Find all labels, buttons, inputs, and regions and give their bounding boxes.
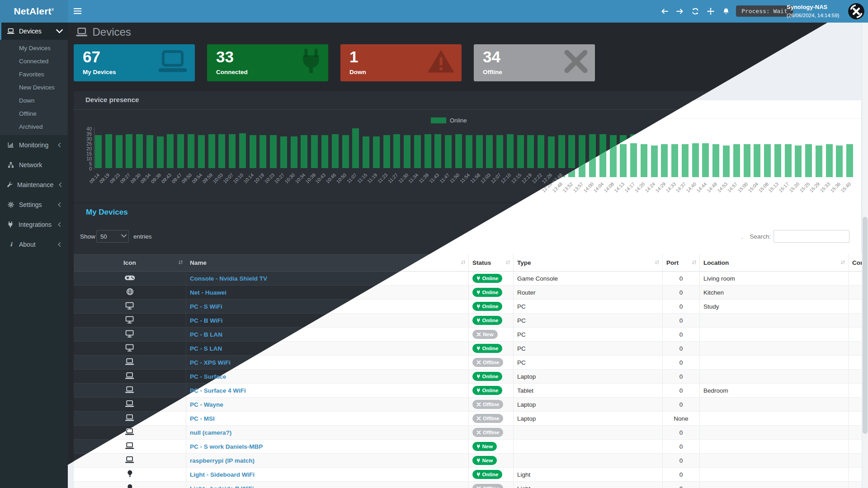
device-type-cell: Laptop xyxy=(514,412,663,426)
sidebar-item-down[interactable]: Down xyxy=(0,94,68,107)
device-name-link[interactable]: Net - Huawei xyxy=(190,289,226,296)
chart-legend[interactable]: Online xyxy=(431,117,467,124)
column-header-status[interactable]: Status xyxy=(469,254,514,272)
device-name-link[interactable]: PC - S WiFi xyxy=(190,303,222,310)
laptop-icon xyxy=(125,442,134,450)
device-status-cell: Offline xyxy=(469,356,514,370)
device-name-link[interactable]: Light - Sideboard WiFi xyxy=(190,471,255,478)
sidebar-item-integrations[interactable]: Integrations xyxy=(0,215,68,235)
device-type-cell: PC xyxy=(514,328,663,342)
chart-bar xyxy=(712,144,719,177)
chart-bar xyxy=(116,135,123,168)
search-label: Search: xyxy=(750,233,771,240)
sidebar-item-network[interactable]: Network xyxy=(0,155,68,175)
device-location-cell: Living room xyxy=(700,272,849,286)
device-name-link[interactable]: null (camera?) xyxy=(190,429,231,436)
status-badge: Online xyxy=(472,316,502,325)
move-icon[interactable] xyxy=(707,8,714,15)
scrollbar[interactable] xyxy=(862,23,868,488)
device-port-cell: 0 xyxy=(663,440,700,454)
sidebar-item-my-devices[interactable]: My Devices xyxy=(0,42,68,55)
device-port-cell: 0 xyxy=(663,342,700,356)
laptop-icon xyxy=(7,28,15,34)
device-name-cell: raspberrypi (IP match) xyxy=(186,454,469,468)
sidebar-item-settings[interactable]: Settings xyxy=(0,195,68,215)
back-icon[interactable] xyxy=(661,8,668,15)
host-name: Synology-NAS xyxy=(787,3,839,12)
device-port-cell: 0 xyxy=(663,272,700,286)
status-badge: Offline xyxy=(472,400,503,409)
device-name-link[interactable]: PC - Wayne xyxy=(190,401,223,408)
bell-icon[interactable] xyxy=(722,8,730,15)
chart-bar xyxy=(270,135,277,168)
sidebar-item-archived[interactable]: Archived xyxy=(0,120,68,133)
sidebar-item-maintenance[interactable]: Maintenance xyxy=(0,175,68,195)
device-status-cell: Online xyxy=(469,384,514,398)
summary-card-connected[interactable]: 33 Connected xyxy=(207,44,328,81)
device-type-cell: Tablet xyxy=(514,384,663,398)
chart-bar xyxy=(167,134,174,168)
y-tick-label: 15 xyxy=(77,151,92,156)
scrollbar-thumb[interactable] xyxy=(863,217,868,434)
summary-card-down[interactable]: 1 Down xyxy=(340,44,462,81)
column-header-port[interactable]: Port xyxy=(663,254,700,272)
device-port-cell: 0 xyxy=(663,314,700,328)
device-name-link[interactable]: PC - B WiFi xyxy=(190,317,223,324)
column-header-location[interactable]: Location xyxy=(700,254,849,272)
chart-bar xyxy=(177,134,184,168)
sidebar-item-offline[interactable]: Offline xyxy=(0,107,68,120)
chart-bar xyxy=(280,136,287,168)
y-tick-label: 30 xyxy=(77,136,92,141)
card-value: 1 xyxy=(349,48,358,66)
sidebar-item-connected[interactable]: Connected xyxy=(0,55,68,68)
avatar[interactable] xyxy=(848,3,864,19)
y-tick-label: 10 xyxy=(77,156,92,161)
brand-logo[interactable]: NetAlertx xyxy=(0,0,68,23)
device-name-link[interactable]: PC - XPS WiFi xyxy=(190,359,231,366)
summary-card-offline[interactable]: 34 Offline xyxy=(474,44,595,81)
column-header-icon[interactable]: Icon xyxy=(74,254,186,272)
card-label: My Devices xyxy=(83,69,116,75)
device-name-link[interactable]: PC - S work Daniels-MBP xyxy=(190,443,263,450)
sidebar-item-monitoring[interactable]: Monitoring xyxy=(0,135,68,155)
device-location-cell xyxy=(700,454,849,468)
sidebar-item-about[interactable]: iAbout xyxy=(0,235,68,254)
sidebar-item-favorites[interactable]: Favorites xyxy=(0,68,68,81)
chart-bar xyxy=(702,143,709,177)
page-length-select[interactable]: 50 xyxy=(96,230,129,243)
chart-bar xyxy=(136,134,143,168)
column-header-type[interactable]: Type xyxy=(514,254,663,272)
device-name-link[interactable]: PC - S LAN xyxy=(190,345,222,352)
device-name-cell: Light - Sideboard WiFi xyxy=(186,468,469,482)
refresh-icon[interactable] xyxy=(692,8,699,15)
device-status-cell: New xyxy=(469,440,514,454)
search-input[interactable] xyxy=(774,230,849,243)
wrench-icon xyxy=(7,182,13,188)
device-icon-cell xyxy=(74,482,186,488)
device-location-cell xyxy=(700,370,849,384)
device-name-link[interactable]: PC - MSI xyxy=(190,415,215,422)
device-name-link[interactable]: Light - bedside B WiFi xyxy=(190,485,254,488)
summary-card-my-devices[interactable]: 67 My Devices xyxy=(74,44,195,81)
chart-bar xyxy=(476,135,483,168)
y-tick-label: 25 xyxy=(77,141,92,146)
sidebar-item-devices[interactable]: Devices xyxy=(0,23,68,40)
show-label: Show xyxy=(80,233,95,240)
chart-bar xyxy=(785,144,792,177)
table-row: Light - bedside B WiFi Offline Light 0 × xyxy=(74,482,868,488)
forward-icon[interactable] xyxy=(676,8,684,15)
chart-bar xyxy=(630,143,637,177)
device-type-cell: Laptop xyxy=(514,370,663,384)
plug-icon xyxy=(476,346,481,351)
sidebar-toggle[interactable] xyxy=(73,8,82,14)
globe-icon xyxy=(126,288,134,296)
sidebar-item-new-devices[interactable]: New Devices xyxy=(0,81,68,94)
device-name-link[interactable]: raspberrypi (IP match) xyxy=(190,457,255,464)
device-name-link[interactable]: PC - B LAN xyxy=(190,331,222,338)
chart-bar xyxy=(568,135,575,168)
device-status-cell: Online xyxy=(469,342,514,356)
device-name-link[interactable]: Console - Nvidia Shield TV xyxy=(190,275,267,282)
chart-title: Device presence xyxy=(85,96,139,103)
laptop-icon xyxy=(125,456,134,464)
chart-bar xyxy=(795,145,802,177)
